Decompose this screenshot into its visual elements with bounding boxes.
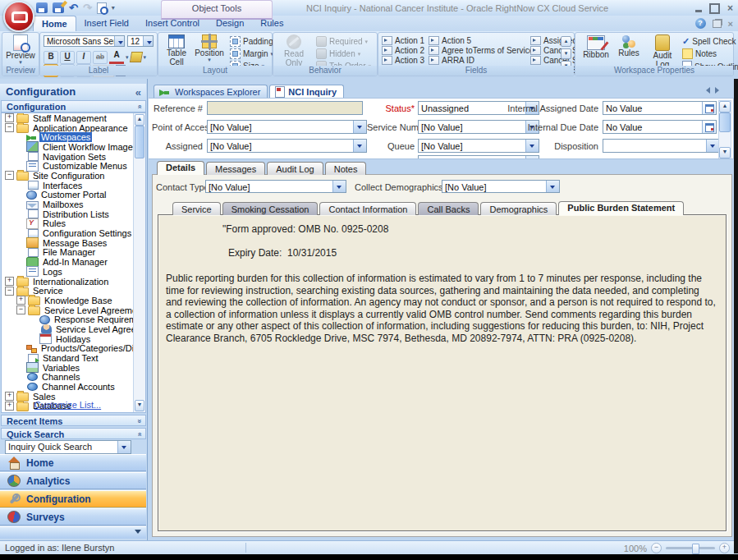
tree-item-knowledge-base[interactable]: Knowledge Base — [2, 296, 145, 305]
tree-item-holidays[interactable]: Holidays — [2, 334, 145, 344]
tree-item-channel-accounts[interactable]: Channel Accounts — [2, 382, 145, 392]
underline-button[interactable]: U — [60, 51, 75, 64]
contact-type-select[interactable]: [No Value] — [205, 180, 346, 193]
collapse-icon[interactable] — [5, 287, 14, 296]
scroll-up-icon[interactable]: ▲ — [719, 101, 731, 112]
nav-button-configuration[interactable]: Configuration — [0, 490, 146, 507]
audit-log-button[interactable]: Audit Log — [646, 34, 679, 69]
internal-due-date-input[interactable]: No Value — [603, 120, 717, 134]
fields-scroll-down-icon[interactable]: ▾ — [561, 48, 571, 59]
collapse-sidebar-icon[interactable]: « — [135, 86, 141, 99]
assigned-select[interactable]: [No Value] — [207, 139, 367, 153]
fill-color-icon[interactable] — [129, 52, 142, 62]
tree-item-application-appearance[interactable]: Application Appearance — [2, 123, 145, 133]
zoom-out-icon[interactable]: − — [651, 543, 662, 553]
chevron-down-icon[interactable]: ▾ — [144, 54, 147, 61]
chevron-down-icon[interactable]: » — [135, 419, 143, 423]
tab-details[interactable]: Details — [157, 161, 204, 175]
tree-item-mailboxes[interactable]: Mailboxes — [2, 200, 145, 209]
disposition-select[interactable] — [603, 139, 720, 153]
preview-quick-icon[interactable] — [97, 2, 107, 14]
margin-button[interactable]: Margin▾ — [230, 48, 273, 59]
italic-button[interactable]: I — [76, 51, 91, 64]
tree-item-variables[interactable]: Variables — [2, 363, 145, 373]
collapse-icon[interactable] — [16, 305, 25, 314]
scroll-down-icon[interactable]: ▼ — [719, 147, 731, 158]
position-button[interactable]: Position▾ — [194, 34, 225, 62]
nav-overflow-strip[interactable] — [0, 526, 146, 539]
tab-contact-information[interactable]: Contact Information — [319, 202, 416, 215]
close-button[interactable]: × — [727, 2, 733, 14]
padding-button[interactable]: Padding▾ — [230, 36, 278, 47]
tree-item-internationalization[interactable]: Internationalization — [2, 277, 145, 287]
field-button[interactable]: ARRA ID — [429, 56, 534, 65]
tree-item-customizable-menus[interactable]: Customizable Menus — [2, 161, 145, 171]
tree-item-service[interactable]: Service — [2, 286, 145, 296]
zoom-slider-thumb[interactable] — [692, 544, 699, 554]
tree-item-channels[interactable]: Channels — [2, 373, 145, 383]
tab-smoking-cessation[interactable]: Smoking Cessation — [222, 202, 319, 215]
tree-item-service-level-agreements-leaf[interactable]: Service Level Agreements — [2, 324, 145, 334]
nav-button-analytics[interactable]: Analytics — [0, 472, 146, 489]
oracle-app-menu-button[interactable] — [3, 1, 34, 32]
nav-button-surveys[interactable]: Surveys — [0, 508, 146, 526]
collapse-icon[interactable] — [5, 123, 14, 132]
scrollbar-thumb[interactable] — [719, 112, 731, 132]
calendar-icon[interactable] — [702, 121, 716, 133]
tree-item-customer-portal[interactable]: Customer Portal — [2, 190, 145, 200]
tab-demographics[interactable]: Demographics — [480, 202, 557, 215]
preview-button[interactable]: Preview▾ — [6, 34, 35, 65]
reference-input[interactable] — [207, 101, 363, 115]
form-scrollbar[interactable]: ▲ ▼ — [718, 100, 731, 159]
scroll-down-icon[interactable]: ▼ — [135, 400, 144, 411]
tree-item-products-categories-dispositions[interactable]: Products/Categories/Dispositions — [2, 344, 145, 354]
restore-window-icon[interactable] — [713, 20, 722, 28]
tree-item-configuration-settings[interactable]: Configuration Settings — [2, 228, 145, 238]
font-size-select[interactable]: 12 — [127, 35, 154, 47]
customize-list-link[interactable]: Customize List... — [2, 400, 134, 410]
tree-item-site-configuration[interactable]: Site Configuration — [2, 171, 145, 181]
rules-button[interactable]: Rules — [613, 35, 644, 57]
tab-workspaces-explorer[interactable]: Workspaces Explorer — [154, 85, 268, 98]
save-icon[interactable] — [36, 2, 48, 13]
strikethrough-button[interactable]: ab — [93, 51, 108, 64]
tab-nci-inquiry[interactable]: NCI Inquiry — [269, 85, 344, 98]
chevron-up-icon[interactable]: » — [135, 104, 143, 108]
recent-items-header[interactable]: Recent Items» — [1, 415, 146, 426]
tree-scrollbar[interactable]: ▲ ▼ — [133, 113, 145, 412]
tree-item-service-level-agreements[interactable]: Service Level Agreements — [2, 305, 145, 315]
tree-item-distribution-lists[interactable]: Distribution Lists — [2, 209, 145, 219]
calendar-icon[interactable] — [702, 102, 716, 114]
tab-call-backs[interactable]: Call Backs — [418, 202, 479, 215]
collect-demographics-select[interactable]: [No Value] — [442, 180, 560, 193]
ribbon-editor-button[interactable]: Ribbon — [580, 35, 612, 59]
bold-button[interactable]: B — [44, 51, 58, 64]
notes-button[interactable]: Notes — [682, 48, 717, 59]
tab-messages[interactable]: Messages — [206, 162, 265, 175]
expand-icon[interactable] — [16, 296, 25, 305]
tree-item-add-in-manager[interactable]: Add-In Manager — [2, 257, 145, 267]
tree-item-rules[interactable]: Rules — [2, 219, 145, 229]
tree-item-navigation-sets[interactable]: Navigation Sets — [2, 152, 145, 162]
expand-icon[interactable] — [5, 277, 14, 286]
field-button[interactable]: Action 2 — [382, 46, 424, 55]
zoom-in-icon[interactable]: + — [719, 543, 730, 553]
zoom-slider[interactable] — [666, 547, 715, 549]
field-button[interactable]: Action 3 — [382, 56, 424, 65]
language-select[interactable]: [No Value] — [418, 155, 539, 159]
tree-item-logs[interactable]: Logs — [2, 267, 145, 277]
chevron-down-icon[interactable]: ▾ — [126, 54, 129, 61]
font-name-select[interactable]: Microsoft Sans Ser — [44, 35, 125, 47]
expand-icon[interactable] — [5, 113, 14, 122]
quick-access-dropdown-icon[interactable]: ▾ — [112, 4, 115, 11]
chevron-up-icon[interactable]: » — [135, 432, 143, 436]
tree-item-workspaces[interactable]: Workspaces — [2, 132, 145, 142]
tree-item-interfaces[interactable]: Interfaces — [2, 181, 145, 190]
tab-service[interactable]: Service — [172, 202, 221, 215]
tree-item-file-manager[interactable]: File Manager — [2, 248, 145, 258]
tab-scroll-arrows[interactable] — [706, 87, 719, 94]
scroll-up-icon[interactable]: ▲ — [135, 114, 144, 126]
fields-scroll-up-icon[interactable]: ▴ — [561, 36, 571, 47]
chevron-right-icon[interactable] — [715, 87, 719, 94]
spell-check-button[interactable]: ✓Spell Check▾ — [682, 36, 738, 47]
